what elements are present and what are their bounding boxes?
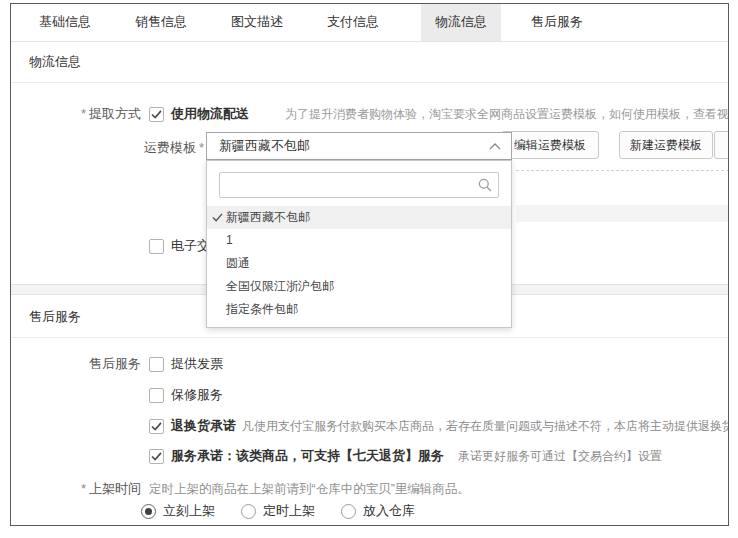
dropdown-search bbox=[219, 172, 499, 198]
dropdown-option[interactable]: 1 bbox=[207, 229, 511, 252]
returns-title: 退换货承诺 bbox=[171, 417, 236, 435]
tab-logistics-info[interactable]: 物流信息 bbox=[421, 4, 501, 41]
edit-template-button[interactable]: 编辑运费模板 bbox=[501, 131, 599, 159]
search-icon bbox=[478, 178, 492, 192]
section-title-logistics: 物流信息 bbox=[11, 41, 728, 83]
returns-desc: 凡使用支付宝服务付款购买本店商品，若存在质量问题或与描述不符，本店将主动提供退换… bbox=[242, 418, 728, 435]
dropdown-option[interactable]: 全国仅限江浙沪包邮 bbox=[207, 275, 511, 298]
dropdown-option[interactable]: 圆通 bbox=[207, 252, 511, 275]
radio-icon bbox=[241, 504, 256, 519]
required-mark: * bbox=[81, 481, 86, 496]
returns-row: 退换货承诺 凡使用支付宝服务付款购买本店商品，若存在质量问题或与描述不符，本店将… bbox=[11, 415, 728, 437]
returns-checkbox[interactable] bbox=[149, 419, 164, 434]
clipped-button[interactable] bbox=[714, 131, 729, 159]
promise-checkbox[interactable] bbox=[149, 449, 164, 464]
hint-band bbox=[516, 205, 729, 222]
required-mark: * bbox=[199, 140, 204, 155]
check-icon bbox=[151, 422, 162, 431]
listing-options-row: 立刻上架 定时上架 放入仓库 bbox=[11, 500, 728, 522]
radio-immediate[interactable]: 立刻上架 bbox=[141, 502, 215, 520]
check-icon bbox=[151, 452, 162, 461]
template-dropdown: 新疆西藏不包邮 1 圆通 全国仅限江浙沪包邮 指定条件包邮 bbox=[206, 160, 512, 328]
check-icon bbox=[151, 110, 162, 119]
tab-graphic-description[interactable]: 图文描述 bbox=[217, 4, 297, 41]
new-template-button[interactable]: 新建运费模板 bbox=[619, 131, 713, 159]
invoice-label: 提供发票 bbox=[171, 355, 223, 373]
dropdown-option[interactable]: 指定条件包邮 bbox=[207, 298, 511, 321]
dashed-divider bbox=[516, 170, 729, 171]
promise-title: 服务承诺：该类商品，可支持【七天退货】服务 bbox=[171, 447, 444, 465]
listing-time-hint: 定时上架的商品在上架前请到“仓库中的宝贝”里编辑商品。 bbox=[149, 481, 470, 498]
promise-desc: 承诺更好服务可通过【交易合约】设置 bbox=[458, 448, 662, 465]
freight-template-select[interactable]: 新疆西藏不包邮 bbox=[206, 132, 512, 160]
selected-template-value: 新疆西藏不包邮 bbox=[219, 137, 489, 155]
chevron-up-icon bbox=[489, 143, 501, 150]
tab-aftersale-service[interactable]: 售后服务 bbox=[517, 4, 597, 41]
invoice-checkbox[interactable] bbox=[149, 357, 164, 372]
radio-icon bbox=[341, 504, 356, 519]
warranty-label: 保修服务 bbox=[171, 386, 223, 404]
form-frame: 基础信息 销售信息 图文描述 支付信息 物流信息 售后服务 物流信息 *提取方式… bbox=[10, 3, 729, 526]
radio-icon bbox=[141, 504, 156, 519]
required-mark: * bbox=[81, 106, 86, 121]
invoice-row: 售后服务 提供发票 bbox=[11, 353, 728, 375]
tab-bar: 基础信息 销售信息 图文描述 支付信息 物流信息 售后服务 bbox=[11, 4, 728, 42]
dropdown-option[interactable]: 新疆西藏不包邮 bbox=[207, 206, 511, 229]
evoucher-checkbox[interactable] bbox=[149, 239, 164, 254]
tab-basic-info[interactable]: 基础信息 bbox=[25, 4, 105, 41]
use-logistics-checkbox[interactable] bbox=[149, 107, 164, 122]
radio-label: 放入仓库 bbox=[363, 502, 415, 520]
radio-label: 定时上架 bbox=[263, 502, 315, 520]
delivery-method-row: *提取方式 使用物流配送 为了提升消费者购物体验，淘宝要求全网商品设置运费模板，… bbox=[11, 103, 728, 125]
selected-check-icon bbox=[212, 213, 223, 222]
shipping-method-label: *提取方式 bbox=[11, 105, 141, 123]
shipping-hint: 为了提升消费者购物体验，淘宝要求全网商品设置运费模板，如何使用模板，查看视频教程 bbox=[285, 106, 728, 123]
freight-template-label: 运费模板* bbox=[11, 139, 204, 157]
warranty-checkbox[interactable] bbox=[149, 388, 164, 403]
tab-sales-info[interactable]: 销售信息 bbox=[121, 4, 201, 41]
promise-row: 服务承诺：该类商品，可支持【七天退货】服务 承诺更好服务可通过【交易合约】设置 bbox=[11, 445, 728, 467]
radio-scheduled[interactable]: 定时上架 bbox=[241, 502, 315, 520]
dropdown-search-input[interactable] bbox=[219, 172, 499, 198]
warranty-row: 保修服务 bbox=[11, 384, 728, 406]
listing-time-row: *上架时间 定时上架的商品在上架前请到“仓库中的宝贝”里编辑商品。 bbox=[11, 478, 728, 500]
aftersale-group-label: 售后服务 bbox=[11, 355, 141, 373]
listing-time-label: *上架时间 bbox=[11, 480, 141, 498]
radio-warehouse[interactable]: 放入仓库 bbox=[341, 502, 415, 520]
use-logistics-label: 使用物流配送 bbox=[171, 105, 249, 123]
radio-label: 立刻上架 bbox=[163, 502, 215, 520]
tab-payment-info[interactable]: 支付信息 bbox=[313, 4, 393, 41]
